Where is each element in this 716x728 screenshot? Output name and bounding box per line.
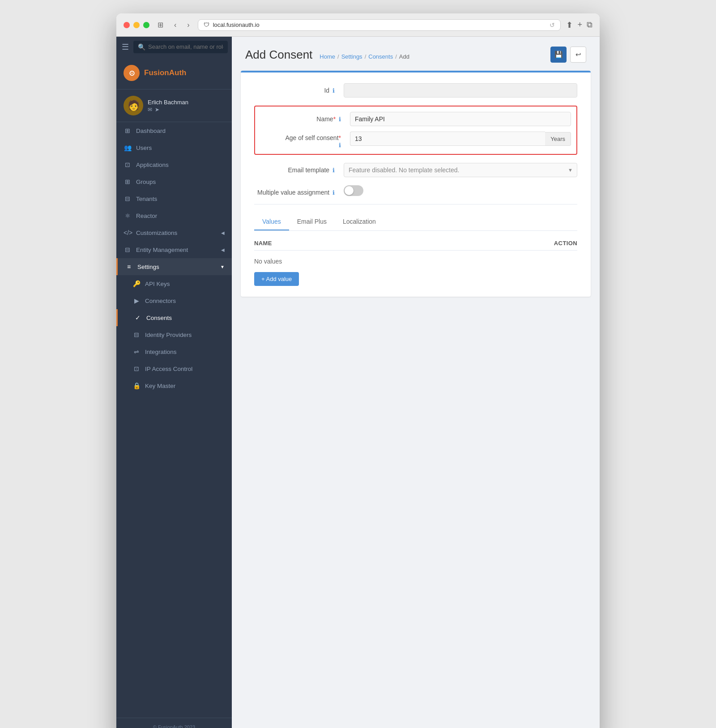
groups-icon: ⊞ xyxy=(124,178,132,185)
nav-section: ⊞ Dashboard 👥 Users ⊡ Applications ⊞ Gro… xyxy=(116,122,232,718)
api-keys-icon: 🔑 xyxy=(132,280,141,287)
tabs-btn[interactable]: ⧉ xyxy=(587,20,592,30)
multiple-value-label: Multiple value assignment ℹ xyxy=(254,185,344,196)
cancel-button[interactable]: ↩ xyxy=(570,47,586,63)
toggle-knob xyxy=(345,186,354,195)
age-input[interactable] xyxy=(350,132,545,146)
id-input[interactable] xyxy=(344,83,577,98)
connectors-icon: ▶ xyxy=(132,297,141,304)
sidebar-item-tenants[interactable]: ⊟ Tenants xyxy=(116,190,232,207)
sidebar-item-customizations[interactable]: </> Customizations ◀ xyxy=(116,224,232,241)
back-btn[interactable]: ‹ xyxy=(171,19,179,31)
page-title: Add Consent xyxy=(245,48,312,62)
age-info-icon[interactable]: ℹ xyxy=(339,142,341,149)
consents-icon: ✓ xyxy=(134,314,142,321)
search-icon: 🔍 xyxy=(138,43,145,51)
sidebar-item-key-master[interactable]: 🔒 Key Master xyxy=(116,377,232,394)
sidebar-top-bar: ☰ 🔍 ⊙ Help ↪ Logout xyxy=(116,37,232,57)
sidebar-item-identity-providers[interactable]: ⊟ Identity Providers xyxy=(116,326,232,343)
sidebar-item-reactor[interactable]: ⚛ Reactor xyxy=(116,207,232,224)
sidebar-item-consents[interactable]: ✓ Consents xyxy=(116,309,232,326)
breadcrumb-current: Add xyxy=(399,53,409,60)
sidebar-item-connectors[interactable]: ▶ Connectors xyxy=(116,292,232,309)
email-template-label: Email template ℹ xyxy=(254,163,344,174)
sidebar: ☰ 🔍 ⊙ Help ↪ Logout xyxy=(116,37,232,728)
add-value-button[interactable]: + Add value xyxy=(254,272,299,286)
forward-btn[interactable]: › xyxy=(184,19,192,31)
user-name: Erlich Bachman xyxy=(148,99,188,106)
multiple-value-info-icon[interactable]: ℹ xyxy=(332,189,335,196)
id-info-icon[interactable]: ℹ xyxy=(332,87,335,94)
refresh-icon[interactable]: ↺ xyxy=(550,21,555,29)
page-header: Add Consent Home / Settings / Consents /… xyxy=(232,37,600,71)
minimize-button[interactable] xyxy=(133,22,140,28)
customizations-icon: </> xyxy=(124,229,132,236)
col-action: Action xyxy=(554,240,577,247)
sidebar-item-api-keys[interactable]: 🔑 API Keys xyxy=(116,275,232,292)
age-suffix: Years xyxy=(545,132,571,146)
sidebar-item-settings[interactable]: ≡ Settings ▼ xyxy=(116,258,232,275)
sidebar-item-ip-access-control[interactable]: ⊡ IP Access Control xyxy=(116,360,232,377)
email-template-select-wrap: Feature disabled. No template selected. … xyxy=(344,163,577,177)
highlight-box: Name* ℹ Age of self consent* ℹ xyxy=(254,106,577,155)
search-container: 🔍 xyxy=(133,41,228,53)
email-template-info-icon[interactable]: ℹ xyxy=(332,167,335,174)
close-button[interactable] xyxy=(124,22,130,28)
page-actions: 💾 ↩ xyxy=(550,47,586,63)
key-master-icon: 🔒 xyxy=(132,382,141,389)
reactor-icon: ⚛ xyxy=(124,212,132,219)
logo-icon: ⊙ xyxy=(124,65,140,81)
entity-management-arrow: ◀ xyxy=(221,247,225,252)
users-icon: 👥 xyxy=(124,144,132,151)
customizations-arrow: ◀ xyxy=(221,230,225,235)
new-tab-btn[interactable]: + xyxy=(577,20,582,30)
user-location-icon[interactable]: ➤ xyxy=(155,106,159,113)
breadcrumb-consents[interactable]: Consents xyxy=(368,53,393,60)
sidebar-item-integrations[interactable]: ⇌ Integrations xyxy=(116,343,232,360)
sidebar-item-groups[interactable]: ⊞ Groups xyxy=(116,173,232,190)
age-group: Age of self consent* ℹ Years xyxy=(260,132,571,149)
save-button[interactable]: 💾 xyxy=(550,47,567,63)
hamburger-btn[interactable]: ☰ xyxy=(122,42,129,52)
form-card: Id ℹ Name* ℹ xyxy=(241,71,591,297)
name-input[interactable] xyxy=(350,112,571,126)
dashboard-icon: ⊞ xyxy=(124,127,132,134)
col-name: Name xyxy=(254,240,272,247)
settings-arrow: ▼ xyxy=(220,264,225,269)
maximize-button[interactable] xyxy=(143,22,149,28)
id-input-wrap xyxy=(344,83,577,98)
values-table: Name Action No values + Add value xyxy=(254,240,577,286)
user-info: Erlich Bachman ✉ ➤ xyxy=(148,99,188,113)
email-template-select[interactable]: Feature disabled. No template selected. xyxy=(344,163,577,177)
breadcrumb-home[interactable]: Home xyxy=(320,53,335,60)
sidebar-item-dashboard[interactable]: ⊞ Dashboard xyxy=(116,122,232,139)
multiple-value-group: Multiple value assignment ℹ xyxy=(254,185,577,196)
sidebar-footer: © FusionAuth 2023 FusionAuth™ version 1.… xyxy=(116,718,232,728)
tab-localization[interactable]: Localization xyxy=(335,213,384,230)
settings-icon: ≡ xyxy=(125,263,133,270)
breadcrumb-settings[interactable]: Settings xyxy=(341,53,362,60)
search-input[interactable] xyxy=(148,43,223,50)
name-info-icon[interactable]: ℹ xyxy=(339,116,341,123)
share-btn[interactable]: ⬆ xyxy=(566,20,573,30)
table-header: Name Action xyxy=(254,240,577,251)
breadcrumb: Home / Settings / Consents / Add xyxy=(320,53,409,60)
multiple-value-input-wrap xyxy=(344,185,577,196)
multiple-value-toggle[interactable] xyxy=(344,185,363,196)
sidebar-item-users[interactable]: 👥 Users xyxy=(116,139,232,156)
integrations-icon: ⇌ xyxy=(132,348,141,355)
email-template-input-wrap: Feature disabled. No template selected. … xyxy=(344,163,577,177)
sidebar-toggle-btn[interactable]: ⊞ xyxy=(155,19,166,31)
entity-management-icon: ⊟ xyxy=(124,246,132,253)
traffic-lights xyxy=(124,22,149,28)
tab-email-plus[interactable]: Email Plus xyxy=(289,213,335,230)
tab-values[interactable]: Values xyxy=(254,213,289,230)
user-email-icon[interactable]: ✉ xyxy=(148,106,152,113)
sidebar-item-entity-management[interactable]: ⊟ Entity Management ◀ xyxy=(116,241,232,258)
id-label: Id ℹ xyxy=(254,83,344,94)
age-row: Years xyxy=(350,132,571,146)
ip-access-control-icon: ⊡ xyxy=(132,365,141,372)
no-values-message: No values xyxy=(254,254,577,272)
sidebar-item-applications[interactable]: ⊡ Applications xyxy=(116,156,232,173)
name-group: Name* ℹ xyxy=(260,112,571,126)
